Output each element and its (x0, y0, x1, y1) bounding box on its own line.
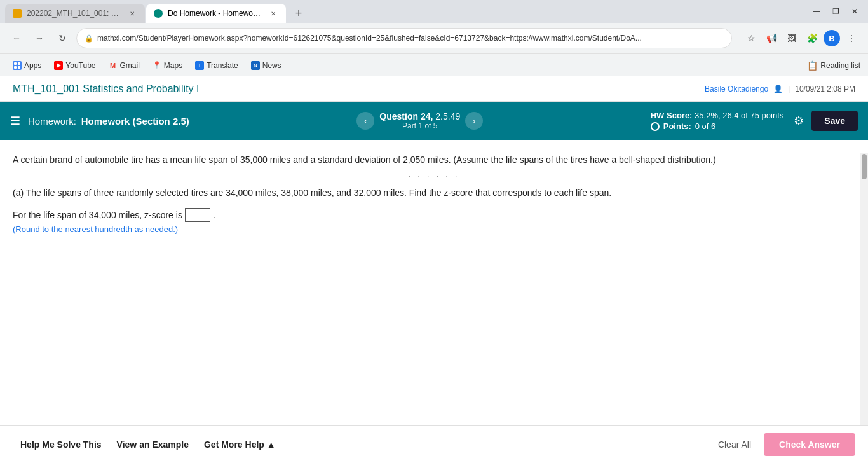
divider-dots: · · · · · · (13, 172, 855, 181)
new-tab-button[interactable]: + (290, 4, 308, 22)
question-area: A certain brand of automobile tire has a… (0, 140, 868, 425)
address-bar: ← → ↻ 🔒 mathxl.com/Student/PlayerHomewor… (0, 23, 868, 53)
question-number: Question 24, 2.5.49 (379, 111, 460, 121)
bookmarks-separator (292, 59, 292, 72)
news-favicon-icon: N (251, 61, 260, 70)
maps-favicon-icon: 📍 (153, 61, 161, 70)
bookmark-star-icon[interactable]: ☆ (742, 29, 760, 47)
answer-prefix: For the life span of 34,000 miles, z-sco… (13, 210, 182, 220)
help-solve-button[interactable]: Help Me Solve This (13, 434, 109, 455)
hamburger-menu-icon[interactable]: ☰ (10, 114, 20, 128)
answer-suffix: . (213, 210, 215, 220)
answer-row: For the life span of 34,000 miles, z-sco… (13, 208, 855, 222)
save-button[interactable]: Save (811, 111, 858, 131)
bookmarks-bar: Apps YouTube M Gmail 📍 Maps T Translate (0, 53, 868, 76)
question-detail: 2.5.49 (435, 111, 460, 121)
bookmark-maps[interactable]: 📍 Maps (147, 59, 187, 73)
bookmark-translate[interactable]: T Translate (190, 59, 243, 73)
question-part: Part 1 of 5 (379, 121, 460, 130)
homework-bar: ☰ Homework: Homework (Section 2.5) ‹ Que… (0, 102, 868, 140)
bottom-bar: Help Me Solve This View an Example Get M… (0, 425, 868, 463)
tab-title-mathxl: Do Homework - Homework (Sec... (168, 9, 263, 18)
translate-favicon-icon: T (195, 61, 204, 70)
zscore-input[interactable] (185, 208, 210, 222)
tab-close-mathxl[interactable]: ✕ (268, 8, 278, 18)
prev-question-button[interactable]: ‹ (356, 112, 374, 130)
score-section: HW Score: 35.2%, 26.4 of 75 points Point… (651, 111, 784, 131)
bookmark-youtube[interactable]: YouTube (49, 59, 100, 73)
tab-close-mylab[interactable]: ✕ (127, 8, 137, 18)
get-more-chevron-icon: ▲ (267, 439, 276, 450)
tab-favicon-mylab (13, 9, 22, 18)
tab-favicon-mathxl (154, 9, 163, 18)
scroll-track[interactable] (860, 153, 868, 425)
window-close-button[interactable]: ✕ (846, 3, 863, 20)
url-bar[interactable]: 🔒 mathxl.com/Student/PlayerHomework.aspx… (76, 28, 732, 48)
scroll-thumb[interactable] (862, 154, 867, 179)
points-label: Points: (663, 121, 691, 131)
bookmark-apps[interactable]: Apps (8, 59, 46, 73)
next-question-button[interactable]: › (465, 112, 483, 130)
clear-all-button[interactable]: Clear All (710, 434, 759, 455)
back-button[interactable]: ← (8, 29, 25, 47)
title-bar: 202202_MTH_101_001: MyLab St... ✕ Do Hom… (0, 0, 868, 23)
browser-chrome: 202202_MTH_101_001: MyLab St... ✕ Do Hom… (0, 0, 868, 76)
bookmark-gmail[interactable]: M Gmail (104, 59, 145, 73)
screenshot-icon[interactable]: 🖼 (783, 29, 801, 47)
homework-name: Homework (Section 2.5) (81, 116, 189, 127)
datetime: 10/09/21 2:08 PM (795, 85, 855, 93)
lock-icon: 🔒 (85, 34, 93, 43)
hw-score-value: 35.2%, 26.4 of 75 points (695, 111, 783, 120)
question-info: Question 24, 2.5.49 Part 1 of 5 (379, 111, 460, 130)
settings-gear-icon[interactable]: ⚙ (794, 114, 804, 128)
user-profile-icon[interactable]: 👤 (773, 85, 783, 93)
view-example-button[interactable]: View an Example (109, 434, 196, 455)
reading-list[interactable]: 📋 Reading list (807, 60, 860, 71)
reload-button[interactable]: ↻ (53, 29, 71, 47)
youtube-favicon-icon (54, 61, 63, 70)
extensions-icon[interactable]: 🧩 (803, 29, 821, 47)
bookmark-news-label: News (262, 61, 281, 70)
question-text: A certain brand of automobile tire has a… (13, 153, 855, 167)
window-restore-button[interactable]: ❐ (827, 3, 844, 20)
menu-icon[interactable]: ⋮ (843, 29, 860, 47)
homework-label: Homework: (28, 116, 76, 127)
user-info: Basile Okitadiengo 👤 | 10/09/21 2:08 PM (705, 85, 855, 93)
points-row: Points: 0 of 6 (651, 121, 784, 131)
bookmark-translate-label: Translate (207, 61, 238, 70)
bookmark-youtube-label: YouTube (65, 61, 95, 70)
question-label: Question 24, (379, 111, 433, 121)
course-title: MTH_101_001 Statistics and Probability I (13, 83, 199, 95)
url-text: mathxl.com/Student/PlayerHomework.aspx?h… (97, 34, 724, 43)
tab-mathxl[interactable]: Do Homework - Homework (Sec... ✕ (146, 4, 286, 23)
toolbar-icons: ☆ 📢 🖼 🧩 B ⋮ (742, 29, 860, 47)
header-separator: | (788, 85, 790, 93)
hw-score: HW Score: 35.2%, 26.4 of 75 points (651, 111, 784, 120)
gmail-favicon-icon: M (109, 61, 118, 70)
part-text: (a) The life spans of three randomly sel… (13, 186, 855, 200)
bookmark-maps-label: Maps (164, 61, 182, 70)
profile-avatar[interactable]: B (824, 30, 840, 46)
media-icon[interactable]: 📢 (763, 29, 780, 47)
apps-favicon-icon (13, 61, 22, 70)
forward-button[interactable]: → (31, 29, 48, 47)
page-content: MTH_101_001 Statistics and Probability I… (0, 76, 868, 463)
reading-list-label: Reading list (820, 61, 860, 70)
bookmark-gmail-label: Gmail (120, 61, 140, 70)
question-navigation: ‹ Question 24, 2.5.49 Part 1 of 5 › (189, 111, 651, 130)
round-note: (Round to the nearest hundredth as neede… (13, 225, 855, 234)
window-minimize-button[interactable]: — (808, 3, 825, 20)
user-name: Basile Okitadiengo (705, 85, 768, 93)
bookmark-apps-label: Apps (24, 61, 41, 70)
tab-mylab[interactable]: 202202_MTH_101_001: MyLab St... ✕ (5, 4, 145, 23)
hw-score-label: HW Score: (651, 111, 693, 120)
points-circle-icon (651, 122, 660, 131)
check-answer-button[interactable]: Check Answer (764, 433, 855, 456)
window-controls: — ❐ ✕ (808, 3, 863, 20)
get-more-help-label: Get More Help (204, 439, 264, 450)
bookmark-news[interactable]: N News (246, 59, 287, 73)
tab-title-mylab: 202202_MTH_101_001: MyLab St... (27, 9, 122, 18)
page-header: MTH_101_001 Statistics and Probability I… (0, 76, 868, 102)
get-more-help-button[interactable]: Get More Help ▲ (196, 434, 283, 455)
points-value: 0 of 6 (695, 121, 716, 131)
